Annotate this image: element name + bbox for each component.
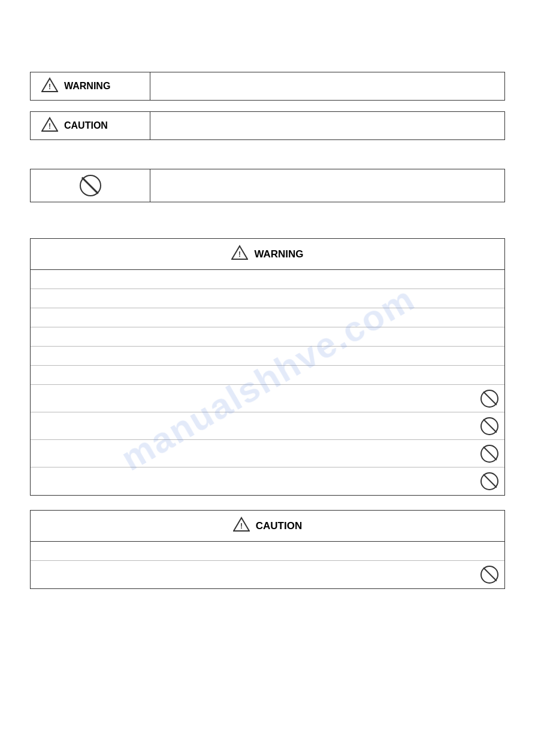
svg-text:!: ! xyxy=(238,250,241,259)
prohibit-icon xyxy=(480,472,498,490)
caution-table-triangle-icon: ! xyxy=(233,517,250,535)
table-row xyxy=(31,289,504,308)
warning-legend-label: ! WARNING xyxy=(31,72,150,100)
caution-legend-content xyxy=(150,112,504,139)
table-row xyxy=(31,366,504,385)
table-row xyxy=(31,270,504,289)
prohibit-legend-content xyxy=(150,169,504,202)
warning-triangle-icon: ! xyxy=(41,77,58,95)
prohibit-icon xyxy=(480,445,498,463)
table-row xyxy=(31,347,504,366)
prohibit-legend-label xyxy=(31,169,150,202)
top-section: ! WARNING ! CAUTION xyxy=(30,72,505,202)
prohibit-icon xyxy=(80,175,101,196)
caution-table-header: ! CAUTION xyxy=(31,511,504,542)
table-row-with-icon xyxy=(31,440,504,467)
table-row-with-icon xyxy=(31,385,504,412)
table-row xyxy=(31,308,504,327)
warning-table-header-text: WARNING xyxy=(254,248,303,260)
caution-table-header-text: CAUTION xyxy=(256,520,302,532)
svg-text:!: ! xyxy=(240,522,243,530)
table-row xyxy=(31,542,504,561)
warning-legend-content xyxy=(150,72,504,100)
caution-legend-row: ! CAUTION xyxy=(30,111,505,140)
svg-text:!: ! xyxy=(49,83,51,91)
table-row-with-icon xyxy=(31,561,504,588)
table-row-with-icon xyxy=(31,467,504,495)
warning-legend-row: ! WARNING xyxy=(30,72,505,101)
warning-table-triangle-icon: ! xyxy=(231,245,248,263)
warning-table: ! WARNING xyxy=(30,238,505,496)
table-row-with-icon xyxy=(31,412,504,440)
warning-table-header: ! WARNING xyxy=(31,239,504,270)
caution-label-text: CAUTION xyxy=(64,120,108,131)
warning-label-text: WARNING xyxy=(64,81,110,92)
prohibit-legend-row xyxy=(30,169,505,202)
caution-triangle-icon: ! xyxy=(41,117,58,135)
caution-legend-label: ! CAUTION xyxy=(31,112,150,139)
svg-text:!: ! xyxy=(49,122,51,130)
prohibit-icon xyxy=(480,566,498,584)
prohibit-icon xyxy=(480,390,498,408)
table-row xyxy=(31,327,504,347)
caution-table: ! CAUTION xyxy=(30,510,505,589)
prohibit-icon xyxy=(480,417,498,435)
